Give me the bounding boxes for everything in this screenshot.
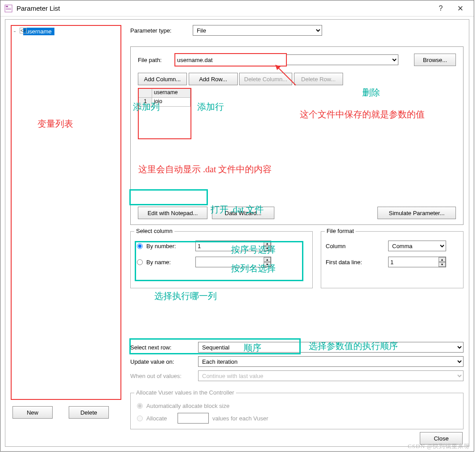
table-row-num: 1 [139,98,152,107]
by-name-input[interactable] [195,257,271,267]
simulate-button[interactable]: Simulate Parameter... [377,207,456,219]
svg-rect-3 [6,9,11,10]
tree-tag-icon: <> [20,28,27,33]
watermark: CSDN @快到锅里来呀 [408,442,470,450]
delete-button[interactable]: Delete [69,406,109,419]
add-column-button[interactable]: Add Column... [138,73,187,85]
update-value-select[interactable]: Each iteration [198,356,464,367]
file-path-row: File path: username.dat Browse... [138,53,456,66]
column-format-label: Column [326,243,388,249]
when-out-select: Continue with last value [198,370,464,381]
allocate-group: Allocate Vuser values in the Controller … [130,393,464,429]
parameter-tree[interactable]: ····· <> username [11,25,121,400]
window-title: Parameter List [17,4,431,12]
by-number-spin[interactable]: ▲▼ [195,241,271,251]
file-path-select[interactable] [286,54,398,65]
spin-up-icon[interactable]: ▲ [264,241,271,246]
by-number-label: By number: [146,243,195,249]
titlebar: Parameter List ? × [0,0,474,17]
svg-rect-1 [6,6,8,7]
window: Parameter List ? × ····· <> username 变量列… [0,0,474,452]
dialog-body: ····· <> username 变量列表 New Delete Parame… [5,19,469,447]
first-line-row: First data line: ▲▼ [326,254,459,270]
delete-column-button: Delete Column... [239,73,292,85]
column-format-row: Column Comma [326,238,459,254]
spin-down-icon[interactable]: ▼ [264,262,271,267]
file-bottom-buttons: Edit with Notepad... Data Wizard... Simu… [138,207,456,219]
file-format-title: File format [325,228,356,234]
close-icon[interactable]: × [451,3,470,14]
tree-item-username[interactable]: username [23,28,54,35]
select-next-row: Select next row: Sequential [130,342,464,353]
file-format-group: File format Column Comma First data line… [321,231,464,288]
select-column-title: Select column [134,228,174,234]
allocate-label: Allocate [146,415,178,422]
spin-down-icon[interactable]: ▼ [264,246,271,251]
table-header: username [152,89,190,98]
by-name-label: By name: [146,259,195,266]
file-path-highlight: username.dat [174,53,287,66]
help-icon[interactable]: ? [431,4,451,12]
add-row-button[interactable]: Add Row... [189,73,238,85]
file-groupbox: File path: username.dat Browse... Add Co… [130,46,464,225]
by-name-radio[interactable] [137,259,143,265]
tree-buttons: New Delete [12,406,109,419]
by-number-input[interactable] [195,241,271,251]
file-path-value: username.dat [177,57,213,63]
allocate-suffix: values for each Vuser [212,415,268,422]
select-next-row-label: Select next row: [130,344,198,351]
data-wizard-button[interactable]: Data Wizard... [212,207,274,219]
annot-select-col-cn: 选择执行哪一列 [154,290,217,302]
param-type-select[interactable]: File [193,25,322,36]
auto-allocate-radio [137,403,143,409]
file-path-label: File path: [138,57,174,63]
first-line-spin[interactable]: ▲▼ [388,257,446,267]
by-number-radio[interactable] [137,243,143,249]
browse-button[interactable]: Browse... [414,54,456,66]
table-toolbar: Add Column... Add Row... Delete Column..… [138,73,456,85]
table-cell[interactable]: jojo [152,98,190,107]
when-out-label: When out of values: [130,373,198,379]
table-row[interactable]: 1 jojo [139,98,190,107]
right-pane: Parameter type: File File path: username… [130,25,464,441]
update-value-label: Update value on: [130,358,198,365]
update-value-row: Update value on: Each iteration [130,356,464,367]
app-icon [4,4,13,13]
select-next-row-select[interactable]: Sequential [198,342,464,353]
by-name-spin[interactable]: ▲▼ [195,257,271,267]
select-column-group: Select column By number: ▲▼ By name: [130,231,313,288]
table-corner [139,89,152,98]
column-format-select[interactable]: Comma [388,241,446,251]
auto-allocate-label: Automatically allocate block size [146,403,229,409]
delete-row-button: Delete Row... [294,73,343,85]
tree-connector-icon: ····· [13,29,15,34]
new-button[interactable]: New [12,406,53,419]
first-line-label: First data line: [326,259,388,266]
by-number-row: By number: ▲▼ [135,238,308,254]
allocate-radio [137,416,143,421]
when-out-row: When out of values: Continue with last v… [130,370,464,381]
svg-rect-2 [6,8,11,8]
by-name-row: By name: ▲▼ [135,254,308,270]
allocate-input [178,413,209,424]
spin-down-icon[interactable]: ▼ [439,262,446,267]
edit-notepad-button[interactable]: Edit with Notepad... [138,207,207,219]
param-type-label: Parameter type: [130,27,193,34]
allocate-title: Allocate Vuser values in the Controller [134,389,236,396]
first-line-input[interactable] [388,257,446,267]
data-table[interactable]: username 1 jojo [138,88,191,139]
spin-up-icon[interactable]: ▲ [264,257,271,262]
spin-up-icon[interactable]: ▲ [439,257,446,262]
param-type-row: Parameter type: File [130,25,464,36]
